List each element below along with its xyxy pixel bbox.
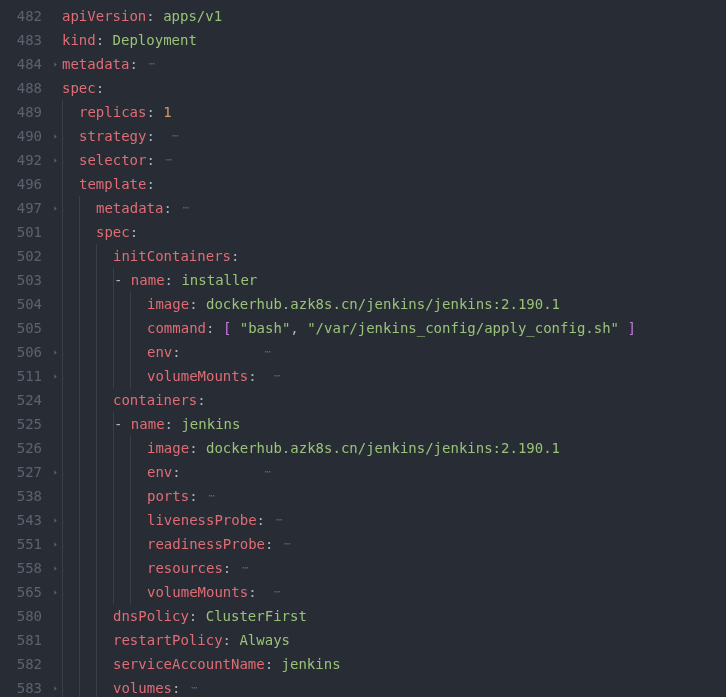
fold-toggle[interactable] [48,372,62,381]
list-dash: - [114,268,131,292]
code-line[interactable]: 505command: [ "bash", "/var/jenkins_conf… [0,316,726,340]
token-punct [619,316,627,340]
fold-toggle[interactable] [48,516,62,525]
token-punct: , [290,316,307,340]
fold-toggle[interactable] [48,204,62,213]
chevron-right-icon [51,348,60,357]
token-key: command [147,316,206,340]
token-key: name [131,268,165,292]
token-str: Deployment [113,28,197,52]
line-number: 484 [0,52,48,76]
code-line[interactable]: 501spec: [0,220,726,244]
code-line[interactable]: 496template: [0,172,726,196]
line-number: 490 [0,124,48,148]
token-str: Always [239,628,290,652]
indent-guides [62,196,96,220]
code-line[interactable]: 484metadata: ⋯ [0,52,726,76]
code-line[interactable]: 482apiVersion: apps/v1 [0,4,726,28]
code-line[interactable]: 581restartPolicy: Always [0,628,726,652]
code-line[interactable]: 503- name: installer [0,268,726,292]
line-number: 526 [0,436,48,460]
code-line[interactable]: 502initContainers: [0,244,726,268]
fold-toggle[interactable] [48,132,62,141]
fold-toggle[interactable] [48,564,62,573]
token-brk: [ [223,316,231,340]
token-punct: : [265,652,282,676]
code-line[interactable]: 506env: ⋯ [0,340,726,364]
line-number: 483 [0,28,48,52]
fold-toggle[interactable] [48,684,62,693]
indent-guides [62,316,147,340]
token-punct: : [146,148,154,172]
code-line[interactable]: 538ports: ⋯ [0,484,726,508]
token-ellipsis: ⋯ [180,676,197,697]
indent-guides [62,268,113,292]
code-line[interactable]: 524containers: [0,388,726,412]
code-line[interactable]: 497metadata: ⋯ [0,196,726,220]
token-ellipsis: ⋯ [138,52,155,76]
token-punct: : [248,364,256,388]
code-content: env: ⋯ [147,460,271,484]
code-line[interactable]: 489replicas: 1 [0,100,726,124]
token-punct: : [189,436,206,460]
fold-toggle[interactable] [48,540,62,549]
line-number: 543 [0,508,48,532]
line-number: 488 [0,76,48,100]
code-line[interactable]: 483kind: Deployment [0,28,726,52]
token-key: metadata [62,52,129,76]
code-content: - name: installer [113,268,257,292]
code-line[interactable]: 580dnsPolicy: ClusterFirst [0,604,726,628]
code-line[interactable]: 511volumeMounts: ⋯ [0,364,726,388]
code-line[interactable]: 488spec: [0,76,726,100]
token-key: volumeMounts [147,364,248,388]
code-line[interactable]: 551readinessProbe: ⋯ [0,532,726,556]
line-number: 503 [0,268,48,292]
code-line[interactable]: 504image: dockerhub.azk8s.cn/jenkins/jen… [0,292,726,316]
line-number: 538 [0,484,48,508]
fold-toggle[interactable] [48,60,62,69]
code-line[interactable]: 583volumes: ⋯ [0,676,726,697]
code-editor[interactable]: 482apiVersion: apps/v1483kind: Deploymen… [0,4,726,697]
token-key: strategy [79,124,146,148]
fold-toggle[interactable] [48,468,62,477]
token-ellipsis: ⋯ [172,196,189,220]
code-line[interactable]: 490strategy: ⋯ [0,124,726,148]
token-punct: : [172,460,180,484]
token-punct: : [165,412,182,436]
token-key: template [79,172,146,196]
token-key: env [147,460,172,484]
token-key: ports [147,484,189,508]
token-str: "bash" [240,316,291,340]
fold-toggle[interactable] [48,588,62,597]
token-str: installer [181,268,257,292]
indent-guides [62,388,113,412]
token-punct: : [223,628,240,652]
code-line[interactable]: 558resources: ⋯ [0,556,726,580]
token-str: jenkins [282,652,341,676]
token-punct: : [146,100,163,124]
code-line[interactable]: 565volumeMounts: ⋯ [0,580,726,604]
code-content: dnsPolicy: ClusterFirst [113,604,307,628]
fold-toggle[interactable] [48,156,62,165]
token-key: env [147,340,172,364]
fold-toggle[interactable] [48,348,62,357]
token-punct: : [189,484,197,508]
code-content: metadata: ⋯ [96,196,189,220]
code-line[interactable]: 492selector: ⋯ [0,148,726,172]
token-key: spec [62,76,96,100]
token-punct: : [206,316,223,340]
code-line[interactable]: 525- name: jenkins [0,412,726,436]
code-line[interactable]: 526image: dockerhub.azk8s.cn/jenkins/jen… [0,436,726,460]
code-content: spec: [96,220,138,244]
chevron-right-icon [51,468,60,477]
code-content: kind: Deployment [62,28,197,52]
token-punct: : [163,196,171,220]
code-line[interactable]: 543livenessProbe: ⋯ [0,508,726,532]
code-line[interactable]: 582serviceAccountName: jenkins [0,652,726,676]
token-ellipsis: ⋯ [155,148,172,172]
code-content: - name: jenkins [113,412,240,436]
token-ellipsis: ⋯ [265,508,282,532]
code-line[interactable]: 527env: ⋯ [0,460,726,484]
indent-guides [62,580,147,604]
line-number: 580 [0,604,48,628]
